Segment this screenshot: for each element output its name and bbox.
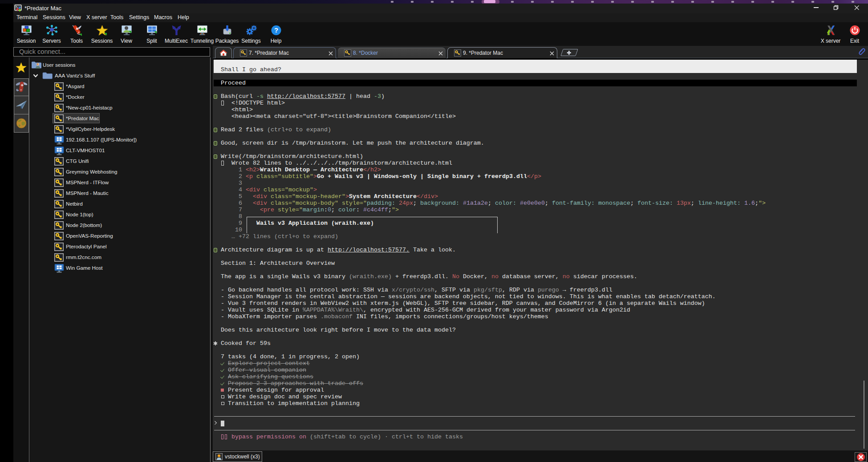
svg-text:?: ? — [274, 26, 278, 34]
